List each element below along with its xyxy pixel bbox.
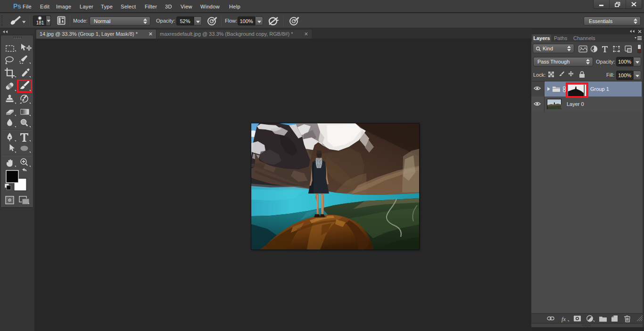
svg-text:fx: fx: [561, 316, 566, 323]
